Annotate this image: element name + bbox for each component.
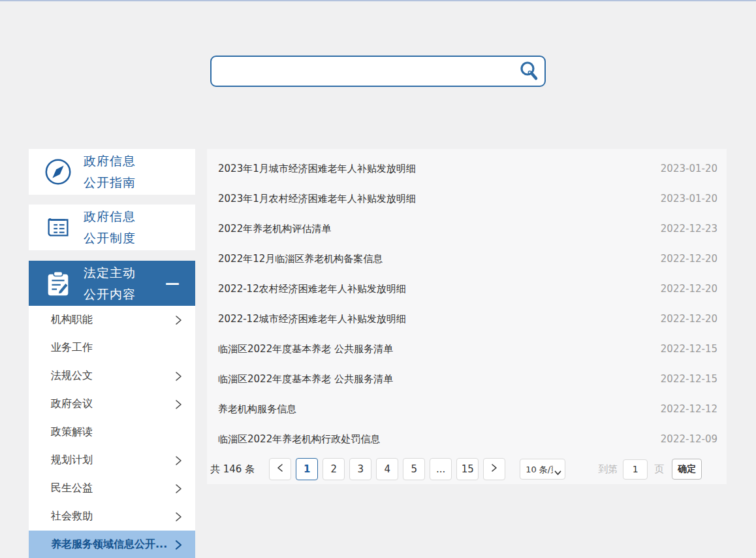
goto-page-suffix: 页 — [654, 463, 664, 476]
document-list: 2023年1月城市经济困难老年人补贴发放明细 2023-01-20 2023年1… — [207, 154, 727, 454]
sidebar-menu-label: 养老服务领域信息公开... — [51, 538, 167, 551]
guide-line1: 政府信息 — [84, 150, 136, 172]
page-size-select[interactable]: 10 条/页 — [520, 459, 565, 480]
system-line1: 政府信息 — [84, 206, 136, 227]
sidebar-item-guide[interactable]: 政府信息 公开指南 — [29, 149, 195, 195]
page-number-button[interactable]: 15 — [456, 458, 479, 480]
sidebar-menu-label: 规划计划 — [51, 453, 93, 467]
top-accent-line — [0, 0, 756, 1]
document-link[interactable]: 2023年1月城市经济困难老年人补贴发放明细 — [218, 163, 416, 175]
page-number-button[interactable]: ... — [430, 458, 452, 480]
page-number-label: 15 — [462, 463, 474, 475]
sidebar-menu-item[interactable]: 规划计划 — [29, 446, 195, 474]
page-number-label: 4 — [384, 463, 390, 475]
list-item: 2022-12农村经济困难老年人补贴发放明细 2022-12-20 — [207, 274, 727, 304]
collapse-minus-icon[interactable]: — — [165, 276, 180, 291]
sidebar-menu-label: 政策解读 — [51, 425, 93, 439]
prev-page-button[interactable] — [269, 458, 291, 480]
document-link[interactable]: 2022-12城市经济困难老年人补贴发放明细 — [218, 313, 406, 325]
sidebar-menu-label: 业务工作 — [51, 341, 93, 355]
page-number-button[interactable]: 2 — [323, 458, 345, 480]
sidebar-menu-label: 法规公文 — [51, 369, 93, 383]
sidebar-menu-label: 社会救助 — [51, 510, 93, 523]
list-item: 临淄区2022年度基本养老 公共服务清单 2022-12-15 — [207, 364, 727, 394]
page-number-button[interactable]: 3 — [349, 458, 371, 480]
chevron-right-icon — [175, 455, 182, 466]
search-bar — [210, 56, 546, 87]
chevron-right-icon — [175, 371, 182, 382]
sidebar-menu-item[interactable]: 业务工作 — [29, 334, 195, 362]
page-number-label: 1 — [304, 463, 310, 475]
document-link[interactable]: 养老机构服务信息 — [218, 403, 296, 416]
list-item: 2022年养老机构评估清单 2022-12-23 — [207, 214, 727, 244]
page-number-label: 5 — [411, 463, 417, 475]
total-count-label: 共 146 条 — [210, 463, 255, 476]
document-link[interactable]: 2022年12月临淄区养老机构备案信息 — [218, 253, 383, 265]
document-date: 2023-01-20 — [661, 193, 717, 205]
search-icon — [518, 73, 539, 83]
page-number-button[interactable]: 5 — [403, 458, 425, 480]
legal-line1: 法定主动 — [84, 262, 136, 284]
chevron-left-icon — [277, 463, 283, 475]
page-size-wrap: 10 条/页 — [520, 459, 565, 480]
chevron-right-icon — [175, 512, 182, 522]
sidebar-item-system[interactable]: 政府信息 公开制度 — [29, 205, 195, 250]
page-number-button[interactable]: 4 — [376, 458, 398, 480]
sidebar-menu-item[interactable]: 社会救助 — [29, 502, 195, 531]
system-line2: 公开制度 — [84, 227, 136, 249]
document-link[interactable]: 2023年1月农村经济困难老年人补贴发放明细 — [218, 193, 416, 205]
search-button[interactable] — [517, 60, 541, 82]
chevron-right-icon — [175, 399, 182, 410]
document-link[interactable]: 2022-12农村经济困难老年人补贴发放明细 — [218, 283, 406, 295]
document-date: 2022-12-15 — [661, 373, 717, 385]
document-date: 2022-12-09 — [661, 433, 717, 445]
document-date: 2022-12-20 — [661, 253, 717, 265]
chevron-right-icon — [491, 463, 497, 475]
goto-page-prefix: 到第 — [598, 463, 618, 476]
list-item: 养老机构服务信息 2022-12-12 — [207, 394, 727, 424]
document-date: 2022-12-12 — [661, 403, 717, 415]
sidebar-menu-item[interactable]: 民生公益 — [29, 474, 195, 502]
content-panel: 2023年1月城市经济困难老年人补贴发放明细 2023-01-20 2023年1… — [207, 149, 727, 484]
sidebar-menu-item[interactable]: 法规公文 — [29, 362, 195, 390]
document-link[interactable]: 临淄区2022年度基本养老 公共服务清单 — [218, 373, 393, 386]
list-item: 2023年1月农村经济困难老年人补贴发放明细 2023-01-20 — [207, 184, 727, 214]
guide-line2: 公开指南 — [84, 172, 136, 193]
document-link[interactable]: 2022年养老机构评估清单 — [218, 223, 331, 235]
document-list-icon — [43, 212, 73, 242]
goto-page-input[interactable] — [623, 459, 648, 480]
document-date: 2022-12-20 — [661, 283, 717, 295]
page-number-button[interactable]: 1 — [296, 458, 318, 480]
page-number-label: 3 — [357, 463, 364, 475]
document-date: 2022-12-23 — [661, 223, 717, 235]
document-link[interactable]: 临淄区2022年度基本养老 公共服务清单 — [218, 343, 393, 355]
sidebar-item-guide-text: 政府信息 公开指南 — [84, 150, 136, 193]
list-item: 2022年12月临淄区养老机构备案信息 2022-12-20 — [207, 244, 727, 274]
sidebar-menu-item[interactable]: 机构职能 — [29, 306, 195, 334]
confirm-button[interactable]: 确定 — [672, 459, 702, 480]
list-item: 临淄区2022年度基本养老 公共服务清单 2022-12-15 — [207, 334, 727, 364]
sidebar-item-system-text: 政府信息 公开制度 — [84, 206, 136, 249]
next-page-button[interactable] — [483, 458, 505, 480]
sidebar-menu-item[interactable]: 政策解读 — [29, 418, 195, 446]
page-buttons: 1 2 3 4 5 — [296, 458, 483, 480]
page-number-label: ... — [436, 463, 445, 475]
document-date: 2023-01-20 — [661, 163, 717, 174]
sidebar-item-legal-text: 法定主动 公开内容 — [84, 262, 136, 305]
list-item: 2023年1月城市经济困难老年人补贴发放明细 2023-01-20 — [207, 154, 727, 184]
document-link[interactable]: 临淄区2022年养老机构行政处罚信息 — [218, 433, 380, 446]
sidebar-menu-item[interactable]: 政府会议 — [29, 390, 195, 418]
document-date: 2022-12-20 — [661, 313, 717, 325]
clipboard-pen-icon — [43, 269, 73, 299]
sidebar-menu-label: 机构职能 — [51, 313, 93, 327]
page-number-label: 2 — [330, 463, 337, 475]
legal-line2: 公开内容 — [84, 284, 136, 305]
sidebar-item-legal-disclosure[interactable]: 法定主动 公开内容 — — [29, 261, 195, 306]
sidebar-menu-label: 民生公益 — [51, 482, 93, 495]
chevron-right-icon — [175, 540, 182, 550]
list-item: 2022-12城市经济困难老年人补贴发放明细 2022-12-20 — [207, 304, 727, 334]
list-item: 临淄区2022年养老机构行政处罚信息 2022-12-09 — [207, 424, 727, 454]
search-input[interactable] — [210, 56, 546, 87]
sidebar-menu-label: 政府会议 — [51, 397, 93, 411]
sidebar-menu-item[interactable]: 养老服务领域信息公开... — [29, 531, 195, 558]
